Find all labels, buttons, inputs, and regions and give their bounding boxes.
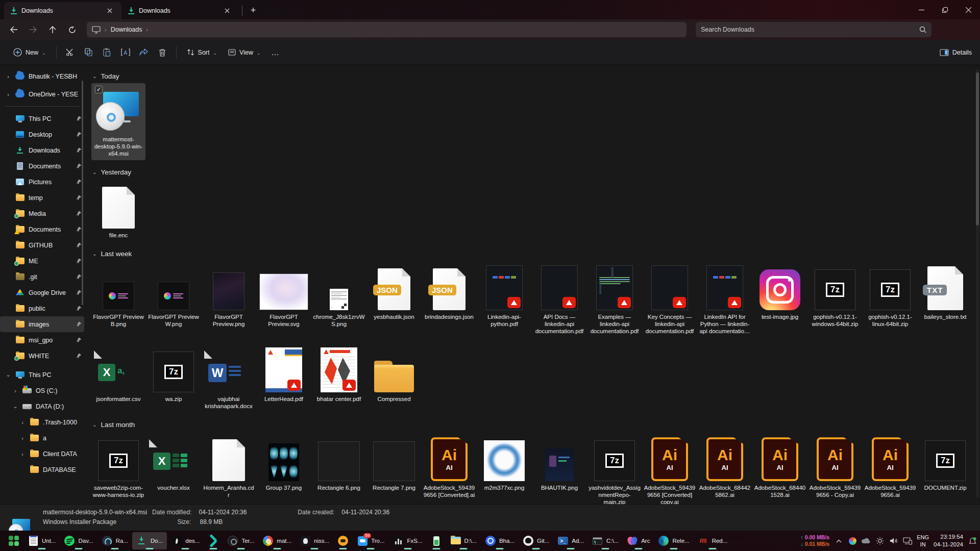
expand-chevron-icon[interactable]: › xyxy=(19,435,26,441)
clock[interactable]: 23:19:5404-11-2024 xyxy=(934,533,963,548)
group-header-last-month[interactable]: ⌄Last month xyxy=(92,421,980,429)
file-tile[interactable]: 7zDOCUMENT.zip xyxy=(918,432,972,494)
file-tile[interactable]: JSONbrindadesings.json xyxy=(422,261,476,323)
cast-display-tray-icon[interactable] xyxy=(903,536,912,545)
collapse-chevron-icon[interactable]: ⌄ xyxy=(92,251,96,257)
search-icon[interactable] xyxy=(919,26,926,33)
start-button[interactable] xyxy=(4,532,23,549)
file-tile[interactable]: Group 37.png xyxy=(257,432,311,494)
taskbar-app-code[interactable] xyxy=(204,532,223,549)
taskbar-app-rele-[interactable]: Rele... xyxy=(654,532,693,549)
file-tile[interactable]: bhatar center.pdf xyxy=(312,343,366,406)
taskbar-app-arc[interactable]: Arc xyxy=(623,532,654,549)
taskbar-app-do-[interactable]: Do... xyxy=(132,532,167,549)
sidebar-item-images[interactable]: images xyxy=(0,316,84,332)
sidebar-item-onedrive-yese[interactable]: › OneDrive - YESE xyxy=(0,86,84,102)
volume-tray-icon[interactable] xyxy=(889,536,898,545)
paste-button[interactable] xyxy=(99,44,116,61)
address-bar[interactable]: › Downloads › xyxy=(87,22,687,37)
file-tile[interactable]: TXTbaileys_store.txt xyxy=(918,261,972,323)
search-box[interactable]: Search Downloads xyxy=(696,22,932,37)
file-tile[interactable]: Linkedin-api-python.pdf xyxy=(477,261,531,331)
file-tile[interactable]: Xa,jsonformatter.csv xyxy=(91,343,145,406)
sidebar-item-me[interactable]: ME xyxy=(0,253,84,269)
file-tile[interactable]: ✓mattermost-desktop-5.9.0-win-x64.msi xyxy=(91,83,145,160)
file-tile[interactable]: LetterHead.pdf xyxy=(257,343,311,406)
breadcrumb-downloads[interactable]: Downloads xyxy=(111,26,142,33)
taskbar-app-ter-[interactable]: Ter... xyxy=(223,532,258,549)
language-indicator[interactable]: ENGIN xyxy=(917,534,929,548)
sidebar-scrollbar[interactable] xyxy=(82,81,83,305)
delete-button[interactable] xyxy=(154,44,171,61)
sidebar-item-this-pc[interactable]: ⌄ This PC xyxy=(0,367,84,383)
file-tile[interactable]: 7zgophish-v0.12.1-linux-64bit.zip xyxy=(863,261,917,331)
taskbar-app-unt-[interactable]: Unt... xyxy=(23,532,60,549)
share-button[interactable] xyxy=(135,44,153,61)
scrollbar-thumb[interactable] xyxy=(976,72,979,226)
tab-close-icon[interactable] xyxy=(103,4,116,17)
file-tile[interactable]: Rectangle 7.png xyxy=(367,432,421,494)
cut-button[interactable] xyxy=(62,44,79,61)
close-button[interactable] xyxy=(957,0,980,19)
sidebar-item-os-c-[interactable]: › OS (C:) xyxy=(0,383,84,398)
expand-chevron-icon[interactable]: › xyxy=(5,91,11,97)
file-tile[interactable]: AiAIAdobeStock_594399656.ai xyxy=(863,432,917,502)
onedrive-cloud-icon[interactable] xyxy=(862,536,871,545)
more-options-button[interactable]: … xyxy=(266,44,284,61)
taskbar-app-niss-[interactable]: niss... xyxy=(296,532,333,549)
group-header-today[interactable]: ⌄Today xyxy=(92,72,980,80)
back-button[interactable] xyxy=(5,22,22,37)
file-tile[interactable]: Xvoucher.xlsx xyxy=(146,432,201,494)
taskbar-app-fxs-[interactable]: FxS... xyxy=(389,532,427,549)
forward-button[interactable] xyxy=(24,22,42,37)
details-pane-button[interactable]: Details xyxy=(940,49,972,56)
sidebar-item-this-pc[interactable]: This PC xyxy=(0,111,84,127)
group-header-last-week[interactable]: ⌄Last week xyxy=(92,250,980,258)
sidebar-item--trash-1000[interactable]: › .Trash-1000 xyxy=(0,414,84,430)
file-tile[interactable]: Examples — linkedin-api documentation.pd… xyxy=(587,261,642,338)
sidebar-item-pictures[interactable]: Pictures xyxy=(0,174,84,190)
file-tile[interactable]: 7zgophish-v0.12.1-windows-64bit.zip xyxy=(808,261,862,331)
taskbar-app-d-[interactable]: D:\... xyxy=(446,532,481,549)
file-tile[interactable]: Homem_Aranha.cdr xyxy=(202,432,256,502)
expand-chevron-icon[interactable]: › xyxy=(12,388,18,394)
color-wheel-tray-icon[interactable] xyxy=(848,536,857,545)
sidebar-item-public[interactable]: public xyxy=(0,300,84,316)
file-tile[interactable]: 7zyashvidotdev_AssignmentRepo-main.zip xyxy=(587,432,642,504)
group-header-yesterday[interactable]: ⌄Yesterday xyxy=(92,168,980,176)
sidebar-item--git[interactable]: .git xyxy=(0,269,84,285)
taskbar-app-tro-[interactable]: 59Tro... xyxy=(353,532,388,549)
file-tile[interactable]: JSONyesbhautik.json xyxy=(367,261,421,323)
up-button[interactable] xyxy=(44,22,61,37)
collapse-chevron-icon[interactable]: ⌄ xyxy=(92,422,96,428)
taskbar-app-dav-[interactable]: Dav... xyxy=(60,532,97,549)
expand-chevron-icon[interactable]: ⌄ xyxy=(12,403,18,410)
view-button[interactable]: View⌄ xyxy=(223,44,265,61)
new-tab-button[interactable]: + xyxy=(246,3,261,18)
expand-chevron-icon[interactable]: › xyxy=(5,73,11,80)
sidebar-item-media[interactable]: Media xyxy=(0,206,84,221)
sidebar-item-data-d-[interactable]: ⌄ DATA (D:) xyxy=(0,398,84,414)
file-tile[interactable]: AiAIAdobeStock_594399656 [Converted].ai xyxy=(422,432,476,502)
sidebar-item-downloads[interactable]: Downloads xyxy=(0,142,84,158)
collapse-chevron-icon[interactable]: ⌄ xyxy=(92,73,96,79)
file-tile[interactable]: AiAIAdobeStock_594399656 [Converted] cop… xyxy=(643,432,697,504)
file-tile[interactable]: Key Concepts — linkedin-api documentatio… xyxy=(643,261,697,338)
file-tile[interactable]: Compressed xyxy=(367,343,421,406)
file-tile[interactable]: AiAIAdobeStock_684425862.ai xyxy=(698,432,752,502)
taskbar-app-ad-[interactable]: >_Ad... xyxy=(553,532,588,549)
sidebar-item-github[interactable]: GITHUB xyxy=(0,237,84,253)
sidebar-item-google-drive[interactable]: Google Drive xyxy=(0,285,84,300)
file-tile[interactable]: m2m377xc.png xyxy=(477,432,531,494)
file-tile[interactable]: LinkedIn API for Python — linkedin-api d… xyxy=(698,261,752,338)
taskbar-app-git-[interactable]: Git... xyxy=(519,532,553,549)
file-tile[interactable]: API Docs — linkedin-api documentation.pd… xyxy=(532,261,586,338)
file-tile[interactable]: Wvajubhai krishanapark.docx xyxy=(202,343,256,413)
selected-checkbox[interactable]: ✓ xyxy=(95,86,103,93)
tab-close-icon[interactable] xyxy=(220,4,234,17)
notification-bell-icon[interactable] xyxy=(968,536,977,545)
sidebar-item-database[interactable]: DATABASE xyxy=(0,462,84,478)
sidebar-item-bhautik-yesbh[interactable]: › Bhautik - YESBH xyxy=(0,68,84,84)
expand-chevron-icon[interactable]: ⌄ xyxy=(5,371,11,378)
expand-chevron-icon[interactable]: › xyxy=(19,451,26,457)
